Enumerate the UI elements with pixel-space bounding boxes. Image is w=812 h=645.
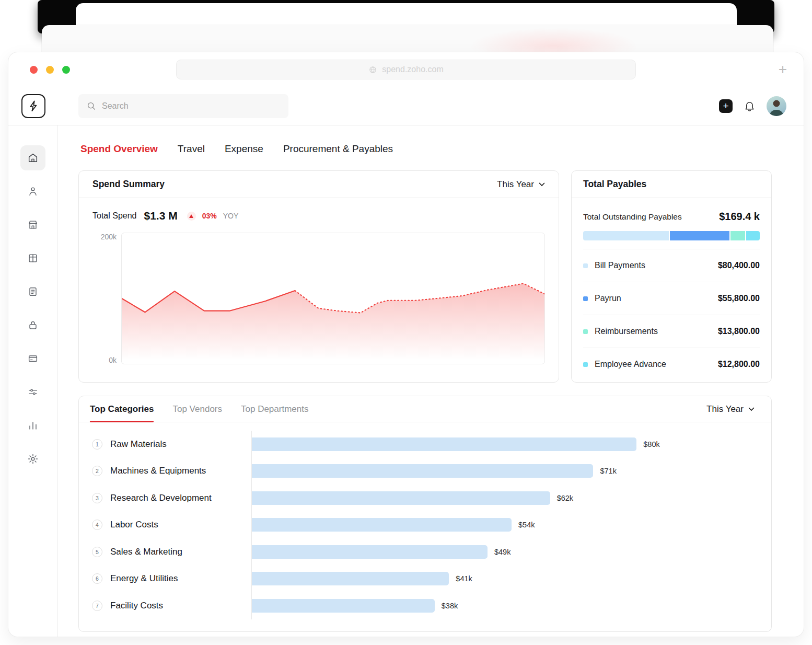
- category-value: $71k: [600, 467, 616, 475]
- tab-spend-overview[interactable]: Spend Overview: [80, 143, 158, 155]
- top-spend-period-dropdown[interactable]: This Year: [706, 404, 755, 414]
- address-bar[interactable]: spend.zoho.com: [176, 60, 636, 79]
- payables-segment-employee-advance: [746, 231, 760, 240]
- legend-swatch: [583, 362, 588, 367]
- spend-summary-period-dropdown[interactable]: This Year: [497, 179, 545, 190]
- rank-badge: 5: [92, 547, 102, 557]
- payables-segment-reimbursements: [730, 231, 745, 240]
- category-value: $80k: [643, 440, 659, 448]
- legend-swatch: [583, 329, 588, 334]
- category-row-sales-marketing: 5Sales & Marketing$49k: [79, 538, 771, 566]
- category-row-machines-equipments: 2Machines & Equipments$71k: [79, 458, 771, 485]
- tab-top-categories[interactable]: Top Categories: [90, 396, 154, 422]
- category-bar[interactable]: [252, 464, 593, 478]
- sidebar-item-controls[interactable]: [20, 379, 45, 405]
- close-window-button[interactable]: [30, 66, 38, 74]
- category-value: $38k: [442, 602, 458, 610]
- quick-add-button[interactable]: +: [719, 99, 733, 113]
- sidebar-item-approvals[interactable]: [20, 313, 45, 338]
- spend-summary-title: Spend Summary: [92, 179, 165, 190]
- chevron-down-icon: [539, 182, 545, 187]
- payable-value: $55,800.00: [718, 294, 760, 303]
- spend-trend-chart[interactable]: [121, 233, 545, 364]
- payable-value: $13,800.00: [718, 327, 760, 336]
- gear-icon: [27, 453, 39, 465]
- category-value: $54k: [518, 521, 535, 529]
- sidebar-item-payments[interactable]: [20, 346, 45, 371]
- category-bar[interactable]: [252, 599, 435, 613]
- y-axis-labels: 200k 0k: [92, 233, 117, 364]
- search-input[interactable]: [78, 94, 288, 118]
- category-label: Machines & Equipments: [110, 466, 206, 476]
- category-label: Raw Materials: [110, 439, 167, 450]
- category-bar[interactable]: [252, 437, 636, 451]
- tab-top-vendors[interactable]: Top Vendors: [172, 396, 222, 422]
- user-avatar[interactable]: [767, 96, 786, 116]
- sidebar-item-boards[interactable]: [20, 246, 45, 271]
- category-value: $49k: [494, 548, 511, 556]
- rank-badge: 6: [92, 573, 102, 584]
- zoom-window-button[interactable]: [62, 66, 70, 74]
- app-logo[interactable]: [21, 94, 45, 118]
- category-label: Sales & Marketing: [110, 547, 182, 557]
- category-label: Energy & Utilities: [110, 573, 178, 584]
- payables-row-payrun: Payrun$55,800.00: [583, 282, 760, 315]
- card-icon: [27, 353, 39, 364]
- yoy-up-arrow-icon: [187, 212, 196, 221]
- category-label: Research & Development: [110, 493, 212, 503]
- legend-swatch: [583, 296, 588, 301]
- payables-segment-payrun: [670, 231, 729, 240]
- main-content: Spend OverviewTravelExpenseProcurement &…: [58, 125, 804, 637]
- category-value: $41k: [456, 574, 472, 583]
- rank-badge: 2: [92, 466, 102, 476]
- payable-value: $80,400.00: [718, 261, 760, 270]
- module-tabs: Spend OverviewTravelExpenseProcurement &…: [80, 143, 772, 155]
- rank-badge: 1: [92, 439, 102, 450]
- tab-procurement-payables[interactable]: Procurement & Payables: [283, 143, 393, 155]
- app-header: +: [8, 87, 804, 125]
- payables-segment-bill-payments: [583, 231, 669, 240]
- sidebar-item-vendors[interactable]: [20, 212, 45, 237]
- total-spend-label: Total Spend: [92, 211, 137, 221]
- sidebar-item-invoices[interactable]: [20, 279, 45, 304]
- rank-badge: 3: [92, 493, 102, 503]
- tab-expense[interactable]: Expense: [225, 143, 263, 155]
- sidebar-item-settings[interactable]: [20, 446, 45, 471]
- payable-label: Payrun: [595, 294, 621, 303]
- search-field[interactable]: [102, 101, 281, 111]
- sliders-icon: [27, 386, 39, 398]
- sidebar-item-home[interactable]: [20, 145, 45, 170]
- sidebar-item-people[interactable]: [20, 179, 45, 204]
- payables-stacked-bar: [583, 231, 760, 240]
- tab-travel[interactable]: Travel: [178, 143, 205, 155]
- category-bar[interactable]: [252, 491, 550, 505]
- payable-label: Employee Advance: [595, 360, 666, 369]
- chart-icon: [27, 420, 39, 431]
- payables-row-reimbursements: Reimbursements$13,800.00: [583, 315, 760, 348]
- window-controls: [30, 66, 70, 74]
- category-bar[interactable]: [252, 518, 512, 532]
- new-tab-button[interactable]: +: [779, 62, 787, 77]
- top-spend-tabs: Top CategoriesTop VendorsTop Departments: [90, 396, 308, 422]
- yoy-label: YOY: [223, 212, 239, 220]
- top-spend-card: Top CategoriesTop VendorsTop Departments…: [78, 396, 772, 632]
- category-bar[interactable]: [252, 545, 488, 559]
- rank-badge: 7: [92, 601, 102, 611]
- spend-summary-card: Spend Summary This Year Total Spend $1.3…: [78, 170, 559, 383]
- category-bar[interactable]: [252, 572, 449, 585]
- total-payables-card: Total Payables Total Outstanding Payable…: [571, 170, 772, 383]
- payables-list: Bill Payments$80,400.00Payrun$55,800.00R…: [583, 249, 760, 381]
- store-icon: [27, 219, 39, 231]
- category-row-research-development: 3Research & Development$62k: [79, 485, 771, 512]
- minimize-window-button[interactable]: [46, 66, 54, 74]
- browser-chrome: spend.zoho.com +: [8, 52, 804, 87]
- tab-top-departments[interactable]: Top Departments: [241, 396, 308, 422]
- category-row-facility-costs: 7Facility Costs$38k: [79, 592, 771, 619]
- outstanding-payables-label: Total Outstanding Payables: [583, 212, 682, 222]
- notifications-bell-icon[interactable]: [744, 100, 756, 112]
- yoy-change-value: 03%: [202, 212, 217, 220]
- chevron-down-icon: [748, 407, 755, 411]
- sidebar-item-analytics[interactable]: [20, 413, 45, 438]
- payables-row-bill-payments: Bill Payments$80,400.00: [583, 249, 760, 282]
- board-icon: [27, 252, 39, 264]
